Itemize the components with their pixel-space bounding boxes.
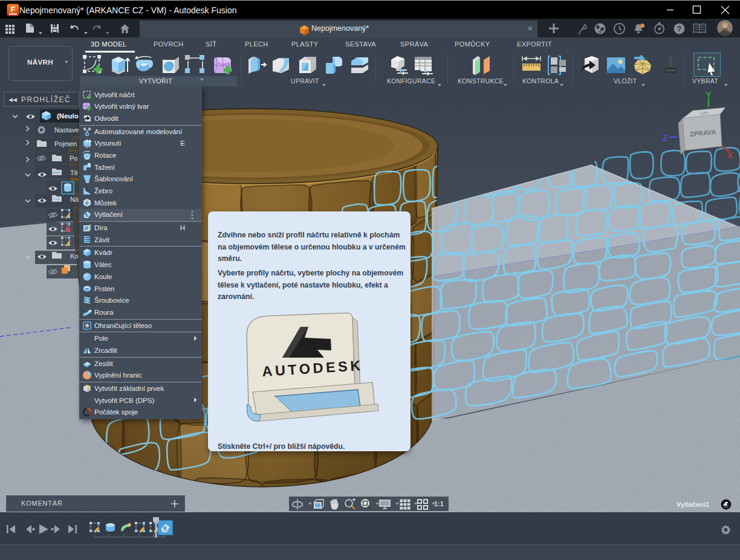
svg-text:E: E [85,213,89,218]
svg-text:?: ? [677,25,681,33]
svg-text:F: F [11,5,16,14]
svg-text:E: E [163,525,167,532]
svg-text:Z: Z [663,133,668,143]
svg-text:Y: Y [706,90,712,100]
svg-text:X: X [727,150,733,160]
